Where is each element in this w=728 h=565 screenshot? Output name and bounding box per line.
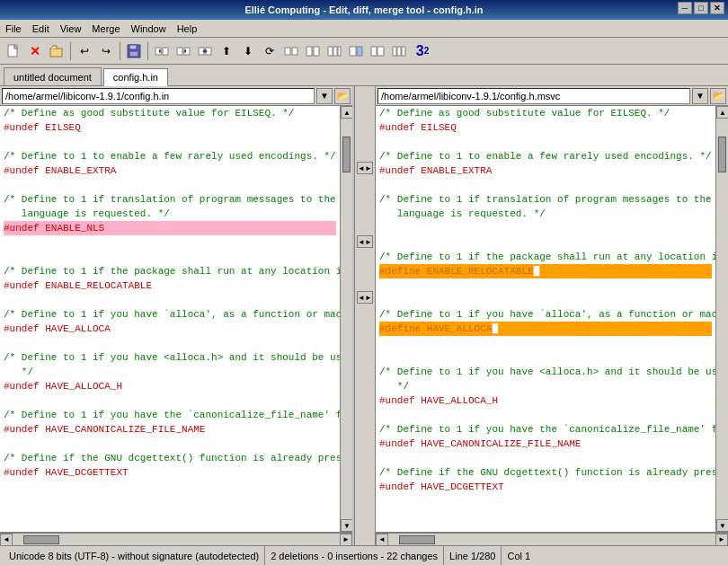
merge-button[interactable] (195, 41, 215, 61)
undo-button[interactable]: ↩ (75, 41, 94, 61)
svg-rect-17 (292, 48, 297, 55)
sync-btn-3[interactable]: ◄► (357, 291, 373, 304)
left-path-input[interactable] (2, 88, 315, 104)
more-btn1[interactable] (281, 41, 301, 61)
sync-panel: ◄► ◄► ◄► (354, 86, 376, 545)
right-scroll-thumb[interactable] (718, 137, 726, 172)
left-path-open[interactable]: 📂 (334, 88, 351, 104)
col-btn3[interactable] (368, 41, 387, 61)
right-scroll-left[interactable]: ◄ (376, 534, 388, 546)
right-scroll-right[interactable]: ► (715, 534, 728, 546)
prev-diff-button[interactable]: ⬆ (217, 41, 236, 61)
copy-right-button[interactable] (173, 41, 193, 61)
right-editor-content[interactable]: /* Define as good substitute value for E… (376, 106, 728, 532)
left-scrollbar-h[interactable]: ◄ ► (0, 532, 352, 545)
status-encoding: Unicode 8 bits (UTF-8) - without signatu… (4, 546, 265, 565)
right-editor-pane: ▼ 📂 /* Define as good substitute value f… (376, 86, 728, 545)
svg-rect-30 (402, 47, 405, 56)
title-bar: Ellié Computing - Edit, diff, merge tool… (0, 0, 728, 20)
left-path-dropdown[interactable]: ▼ (316, 88, 333, 104)
sync-btn-2[interactable]: ◄► (357, 235, 373, 248)
toolbar-sep-3 (147, 42, 148, 60)
status-changes: 2 deletions - 0 insertions - 22 changes (265, 546, 444, 565)
left-scroll-thumb[interactable] (342, 137, 351, 172)
right-h-track[interactable] (390, 535, 714, 544)
right-h-thumb[interactable] (399, 535, 435, 544)
svg-rect-23 (338, 47, 341, 56)
left-h-thumb[interactable] (23, 535, 59, 544)
svg-rect-27 (377, 47, 384, 56)
close-file-button[interactable]: ✕ (25, 41, 45, 61)
svg-rect-28 (393, 47, 396, 56)
right-path-input[interactable] (377, 88, 690, 104)
right-path-dropdown[interactable]: ▼ (692, 88, 708, 104)
col-btn1[interactable] (324, 41, 344, 61)
redo-button[interactable]: ↪ (96, 41, 116, 61)
sync-btn-1[interactable]: ◄► (357, 162, 373, 174)
menu-file[interactable]: File (0, 22, 27, 35)
svg-rect-21 (328, 47, 333, 56)
status-column: Col 1 (502, 546, 536, 565)
menu-window[interactable]: Window (126, 22, 172, 35)
svg-rect-29 (397, 47, 401, 56)
right-line-content: /* Define as good substitute value for E… (376, 106, 715, 532)
menu-merge[interactable]: Merge (86, 22, 125, 35)
left-editor-pane: ▼ 📂 /* Define as good substitute value f… (0, 86, 354, 545)
svg-rect-16 (285, 48, 290, 55)
status-bar: Unicode 8 bits (UTF-8) - without signatu… (0, 545, 728, 565)
tab-bar: untitled document config.h.in (0, 65, 728, 86)
svg-rect-25 (357, 47, 362, 56)
left-scrollbar-v[interactable]: ▲ ▼ (340, 106, 352, 532)
svg-rect-24 (350, 47, 356, 56)
left-scroll-down[interactable]: ▼ (341, 519, 352, 532)
right-scrollbar-v[interactable]: ▲ ▼ (715, 106, 728, 532)
left-scroll-right[interactable]: ► (340, 534, 352, 546)
maximize-button[interactable]: □ (694, 2, 708, 14)
toolbar-sep-2 (120, 42, 120, 60)
menu-bar: File Edit View Merge Window Help (0, 20, 728, 38)
next-diff-button[interactable]: ⬇ (238, 41, 258, 61)
right-scroll-up[interactable]: ▲ (716, 106, 728, 119)
svg-rect-26 (371, 47, 377, 56)
tab-untitled[interactable]: untitled document (4, 67, 102, 85)
menu-view[interactable]: View (55, 22, 87, 35)
tab-config[interactable]: config.h.in (103, 68, 168, 86)
new-button[interactable] (4, 41, 23, 61)
svg-rect-9 (177, 48, 182, 55)
toolbar-sep-1 (70, 42, 71, 60)
menu-help[interactable]: Help (172, 22, 203, 35)
svg-rect-7 (163, 48, 168, 55)
toolbar: ✕ ↩ ↪ ⬆ ⬇ ⟳ 32 (0, 38, 728, 65)
close-button[interactable]: ✕ (710, 2, 724, 14)
right-path-open[interactable]: 📂 (710, 88, 726, 104)
status-position: Line 1/280 (444, 546, 502, 565)
copy-left-button[interactable] (152, 41, 172, 61)
left-h-track[interactable] (14, 535, 338, 544)
left-path-bar: ▼ 📂 (0, 86, 352, 106)
left-line-content: /* Define as good substitute value for E… (0, 106, 340, 532)
right-scrollbar-h[interactable]: ◄ ► (376, 532, 728, 545)
save-button[interactable] (124, 41, 144, 61)
more-btn2[interactable] (303, 41, 323, 61)
col-btn2[interactable] (346, 41, 366, 61)
open-button[interactable] (47, 41, 67, 61)
refresh-button[interactable]: ⟳ (260, 41, 280, 61)
left-scroll-up[interactable]: ▲ (341, 106, 352, 119)
main-area: ▼ 📂 /* Define as good substitute value f… (0, 86, 728, 545)
col-btn4[interactable] (389, 41, 409, 61)
left-scroll-left[interactable]: ◄ (0, 534, 13, 546)
window-title: Ellié Computing - Edit, diff, merge tool… (244, 4, 483, 15)
svg-rect-19 (314, 47, 319, 56)
svg-rect-22 (333, 47, 337, 56)
svg-rect-4 (129, 45, 137, 49)
right-path-bar: ▼ 📂 (376, 86, 728, 106)
left-editor-content[interactable]: /* Define as good substitute value for E… (0, 106, 352, 532)
svg-rect-2 (50, 49, 62, 57)
menu-edit[interactable]: Edit (27, 22, 55, 35)
right-scroll-down[interactable]: ▼ (716, 519, 728, 532)
minimize-button[interactable]: ─ (678, 2, 692, 14)
svg-rect-5 (129, 51, 138, 57)
svg-rect-18 (306, 47, 312, 56)
special-button[interactable]: 32 (411, 41, 434, 61)
